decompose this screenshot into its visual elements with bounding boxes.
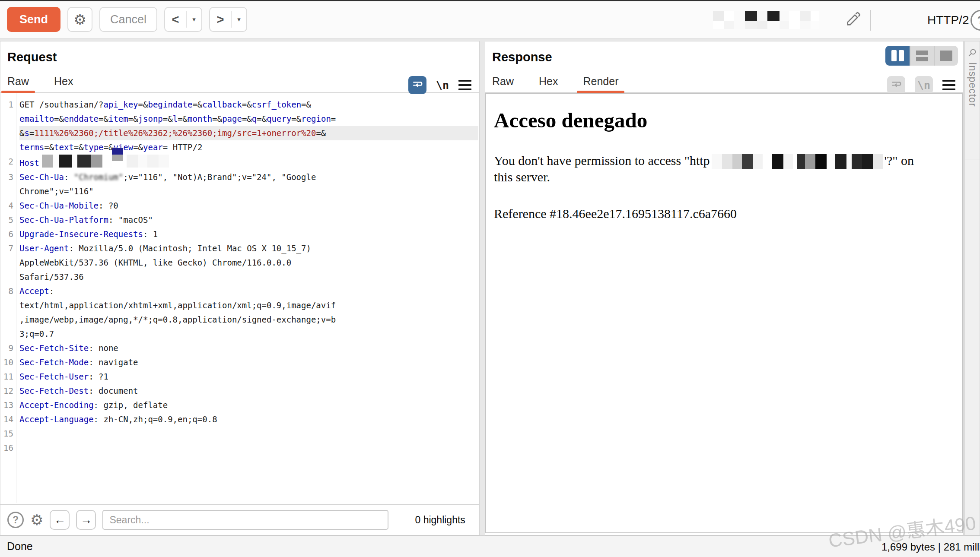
next-dropdown[interactable]: ▾ [232, 16, 246, 23]
redacted-target-host [713, 11, 819, 29]
toolbar-divider [870, 10, 871, 31]
line-number: 10 [0, 355, 13, 370]
show-newlines-toggle[interactable]: \n [436, 79, 449, 92]
rows-icon [916, 51, 928, 61]
line-number: 8 [0, 284, 13, 341]
redaction-mosaic [713, 11, 819, 29]
request-line: 7User-Agent: Mozilla/5.0 (Macintosh; Int… [0, 241, 478, 284]
line-number: 7 [0, 241, 13, 284]
show-newlines-toggle-disabled[interactable]: \n [915, 76, 933, 94]
chevron-left-icon: < [165, 13, 186, 27]
highlights-count: 0 highlights [415, 514, 465, 526]
response-view-icons: \n [887, 76, 955, 94]
render-body: You don't have permission to access "htt… [494, 152, 955, 186]
line-number: 11 [0, 370, 13, 384]
search-next-button[interactable]: → [76, 510, 96, 530]
tab-raw[interactable]: Raw [7, 75, 29, 88]
chevron-right-icon: > [210, 13, 231, 27]
line-number: 1 [0, 98, 13, 155]
arrow-left-icon: ← [54, 513, 66, 527]
request-line: 6Upgrade-Insecure-Requests: 1 [0, 227, 478, 241]
window-edge [0, 0, 980, 1]
gear-icon: ⚙ [30, 512, 43, 528]
request-line: 16 [0, 441, 478, 455]
send-button[interactable]: Send [7, 7, 60, 32]
inspector-tab[interactable]: Inspector [965, 41, 980, 159]
pencil-icon [845, 11, 862, 27]
menu-icon [458, 80, 471, 82]
word-wrap-toggle[interactable] [408, 76, 426, 94]
line-number: 16 [0, 441, 13, 455]
request-line: 14Accept-Language: zh-CN,zh;q=0.9,en;q=0… [0, 412, 478, 427]
redaction-mosaic [712, 154, 883, 169]
line-number: 14 [0, 412, 13, 427]
single-pane-icon [940, 51, 952, 61]
line-number: 6 [0, 227, 13, 241]
help-button[interactable]: ? [970, 10, 980, 31]
line-number: 4 [0, 199, 13, 213]
request-settings-button[interactable]: ⚙ [67, 7, 92, 32]
columns-icon [891, 50, 897, 61]
request-editor[interactable]: 1GET /southasian/?api_key=&begindate=&ca… [0, 93, 478, 503]
menu-icon [942, 80, 955, 82]
word-wrap-icon [412, 79, 423, 91]
request-line: 3Sec-Ch-Ua: "Chromium";v="116", "Not)A;B… [0, 170, 478, 199]
tab-hex[interactable]: Hex [54, 75, 73, 88]
line-number: 2 [0, 155, 13, 170]
request-line: 9Sec-Fetch-Site: none [0, 341, 478, 355]
request-line: 5Sec-Ch-Ua-Platform: "macOS" [0, 213, 478, 227]
question-icon: ? [977, 13, 980, 27]
magnifier-icon [967, 47, 977, 58]
request-line: 8Accept:text/html,application/xhtml+xml,… [0, 284, 478, 341]
request-line: 2Host [0, 155, 478, 170]
layout-single-button[interactable] [934, 46, 958, 66]
http-version-label: HTTP/2 [927, 13, 969, 27]
request-line: 13Accept-Encoding: gzip, deflate [0, 398, 478, 412]
render-view[interactable]: Acceso denegado You don't have permissio… [485, 93, 963, 533]
tab-hex[interactable]: Hex [539, 75, 558, 88]
word-wrap-icon [891, 79, 902, 91]
word-wrap-toggle-disabled[interactable] [887, 76, 905, 94]
redaction-mosaic [42, 155, 169, 168]
layout-columns-button[interactable] [885, 46, 910, 66]
render-heading: Acceso denegado [494, 108, 962, 133]
request-line: 12Sec-Fetch-Dest: document [0, 384, 478, 398]
status-done: Done [7, 540, 33, 553]
redacted-url-mosaic [710, 153, 885, 168]
previous-dropdown[interactable]: ▾ [187, 16, 201, 23]
line-number: 9 [0, 341, 13, 355]
layout-rows-button[interactable] [910, 46, 934, 66]
search-help-button[interactable]: ? [7, 512, 24, 528]
layout-toggle [885, 46, 958, 66]
inspector-label: Inspector [967, 62, 978, 107]
next-request-button[interactable]: > ▾ [209, 7, 247, 32]
line-number: 5 [0, 213, 13, 227]
cancel-button[interactable]: Cancel [99, 7, 157, 32]
search-settings-button[interactable]: ⚙ [30, 511, 43, 529]
request-line: 10Sec-Fetch-Mode: navigate [0, 355, 478, 370]
line-number: 12 [0, 384, 13, 398]
tab-raw[interactable]: Raw [492, 75, 514, 88]
request-line: 11Sec-Fetch-User: ?1 [0, 370, 478, 384]
tab-render[interactable]: Render [583, 75, 618, 88]
request-line: 1GET /southasian/?api_key=&begindate=&ca… [0, 98, 478, 155]
line-number: 13 [0, 398, 13, 412]
gear-icon: ⚙ [73, 11, 86, 28]
line-number: 3 [0, 170, 13, 199]
top-toolbar: Send ⚙ Cancel < ▾ > ▾ HTTP/2 ? [0, 1, 980, 39]
line-number: 15 [0, 427, 13, 441]
request-view-icons: \n [408, 76, 471, 94]
search-input[interactable] [102, 510, 388, 530]
inspector-strip: Inspector [964, 41, 980, 535]
request-menu-button[interactable] [458, 80, 471, 90]
request-line: 15 [0, 427, 478, 441]
request-searchbar: ? ⚙ ← → 0 highlights [0, 504, 479, 535]
search-previous-button[interactable]: ← [50, 510, 70, 530]
arrow-right-icon: → [80, 513, 92, 527]
previous-request-button[interactable]: < ▾ [164, 7, 202, 32]
request-line: 4Sec-Ch-Ua-Mobile: ?0 [0, 199, 478, 213]
response-menu-button[interactable] [942, 80, 955, 90]
response-pane: Response RawHexRender \n Acceso denegado… [485, 41, 964, 535]
edit-target-button[interactable] [845, 11, 862, 29]
toolbar-buttons: Send ⚙ Cancel < ▾ > ▾ [7, 7, 247, 32]
